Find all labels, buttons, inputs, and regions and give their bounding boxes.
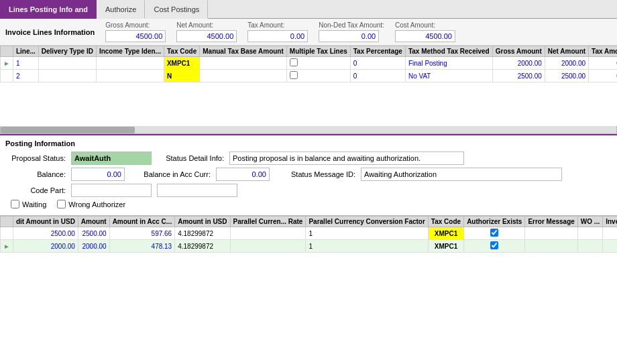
waiting-checkbox[interactable]	[11, 200, 19, 208]
bcol-parallel-rate[interactable]: Parallel Curren... Rate	[230, 217, 306, 227]
error-msg	[525, 227, 577, 240]
code-part-input1[interactable]	[71, 184, 152, 197]
code-part-input2[interactable]	[157, 184, 237, 197]
multiple-tax[interactable]	[286, 70, 350, 82]
tax-amount-input[interactable]	[247, 30, 308, 42]
bcol-error-msg[interactable]: Error Message	[525, 217, 577, 227]
col-multiple[interactable]: Multiple Tax Lines	[286, 46, 350, 57]
lines-table-header: Line... Delivery Type ID Income Type Ide…	[1, 46, 618, 57]
bottom-table-header: dit Amount in USD Amount Amount in Acc C…	[1, 217, 618, 227]
invoice-info-label: Invoice Lines Information	[5, 28, 95, 36]
non-ded-tax-input[interactable]	[319, 30, 379, 42]
manual-tax-base[interactable]	[200, 70, 287, 82]
amt-acc-c: 478.13	[109, 240, 175, 253]
status-message-input[interactable]	[361, 168, 562, 181]
tax-method[interactable]: No VAT	[405, 70, 492, 82]
col-delivery-type[interactable]: Delivery Type ID	[38, 46, 96, 57]
bcol-invoice-internal[interactable]: Invoice Internal	[603, 217, 617, 227]
balance-acc-input[interactable]	[216, 168, 270, 181]
tax-amt: 0.00	[589, 57, 617, 70]
gross-amt: 2500.00	[492, 70, 545, 82]
posting-info-section: Posting Information Proposal Status: Sta…	[0, 134, 617, 215]
status-detail-input[interactable]	[229, 151, 464, 165]
amt-usd: 4.18299872	[175, 240, 230, 253]
bottom-table-row: ► 2000.00 2000.00 478.13 4.18299872 1 XM…	[1, 240, 618, 253]
bcol-wo[interactable]: WO ...	[577, 217, 602, 227]
net-amt: 2500.00	[545, 70, 588, 82]
tax-amt: 0.00	[589, 70, 617, 82]
tax-amount-group: Tax Amount:	[247, 21, 308, 42]
lines-table-row: ► 1 XMPC1 0 Final Posting 2000.00 2000.0…	[1, 57, 618, 70]
tab-authorize[interactable]: Authorize	[97, 0, 145, 19]
bcol-dit-amt[interactable]: dit Amount in USD	[13, 217, 78, 227]
non-ded-tax-group: Non-Ded Tax Amount:	[319, 21, 384, 42]
col-gross[interactable]: Gross Amount	[492, 46, 545, 57]
bcol-auth-exists[interactable]: Authorizer Exists	[464, 217, 525, 227]
proposal-status-input[interactable]	[71, 151, 152, 165]
dit-amt-usd: 2500.00	[13, 227, 78, 240]
lines-hscrollbar-thumb[interactable]	[1, 127, 135, 133]
cost-amount-input[interactable]	[395, 30, 455, 42]
multiple-tax[interactable]	[286, 57, 350, 70]
balance-input[interactable]	[71, 168, 125, 181]
net-amt: 2000.00	[545, 57, 588, 70]
tab-cost-postings[interactable]: Cost Postings	[145, 0, 208, 19]
bottom-table: dit Amount in USD Amount Amount in Acc C…	[0, 216, 617, 253]
col-income-type[interactable]: Income Type Iden...	[96, 46, 164, 57]
income-type	[96, 70, 164, 82]
code-part-label: Code Part:	[5, 186, 66, 194]
line-num[interactable]: 2	[13, 70, 38, 82]
auth-exists[interactable]	[464, 227, 525, 240]
tax-code-cell[interactable]: XMPC1	[428, 227, 463, 240]
tax-method[interactable]: Final Posting	[405, 57, 492, 70]
balance-row: Balance: Balance in Acc Curr: Status Mes…	[5, 168, 612, 181]
gross-amount-input[interactable]	[105, 30, 166, 42]
col-net[interactable]: Net Amount	[545, 46, 588, 57]
invoice-internal	[603, 240, 617, 253]
manual-tax-base[interactable]	[200, 57, 287, 70]
bottom-table-wrapper: dit Amount in USD Amount Amount in Acc C…	[0, 216, 617, 283]
tab-lines-posting[interactable]: Lines Posting Info and	[0, 0, 97, 19]
cost-amount-group: Cost Amount:	[395, 21, 455, 42]
lines-hscrollbar[interactable]	[0, 126, 617, 134]
wrong-authorizer-checkbox[interactable]	[57, 200, 66, 208]
col-tax-code[interactable]: Tax Code	[164, 46, 199, 57]
col-tax-amt[interactable]: Tax Amount	[589, 46, 617, 57]
tax-code-cell[interactable]: XMPC1	[428, 240, 463, 253]
bcol-tax-code[interactable]: Tax Code	[428, 217, 463, 227]
col-tax-method[interactable]: Tax Method Tax Received	[405, 46, 492, 57]
conv-factor: 1	[306, 227, 428, 240]
proposal-status-label: Proposal Status:	[5, 154, 66, 162]
row-arrow	[1, 70, 13, 82]
col-manual-tax[interactable]: Manual Tax Base Amount	[200, 46, 287, 57]
error-msg	[525, 240, 577, 253]
posting-info-title: Posting Information	[5, 139, 612, 147]
row-arrow	[1, 227, 13, 240]
bcol-conv-factor[interactable]: Parallel Currency Conversion Factor	[306, 217, 428, 227]
code-part-row: Code Part:	[5, 184, 612, 197]
bcol-amount[interactable]: Amount	[78, 217, 109, 227]
wo	[577, 227, 602, 240]
bcol-amt-acc[interactable]: Amount in Acc C...	[109, 217, 175, 227]
status-message-label: Status Message ID:	[275, 170, 355, 178]
lines-table-wrapper: Line... Delivery Type ID Income Type Ide…	[0, 46, 617, 126]
wo	[577, 240, 602, 253]
gross-amt: 2000.00	[492, 57, 545, 70]
tax-pct: 0	[350, 57, 405, 70]
col-tax-pct[interactable]: Tax Percentage	[350, 46, 405, 57]
tax-code-cell[interactable]: XMPC1	[164, 57, 199, 70]
auth-exists[interactable]	[464, 240, 525, 253]
col-line[interactable]: Line...	[13, 46, 38, 57]
balance-acc-label: Balance in Acc Curr:	[130, 170, 211, 178]
line-num[interactable]: 1	[13, 57, 38, 70]
parallel-rate	[230, 227, 306, 240]
tax-code-cell[interactable]: N	[164, 70, 199, 82]
balance-label: Balance:	[5, 170, 66, 178]
cost-amount-label: Cost Amount:	[395, 21, 455, 29]
status-detail-label: Status Detail Info:	[157, 154, 224, 162]
invoice-info-row: Invoice Lines Information Gross Amount: …	[0, 19, 617, 46]
wrong-authorizer-checkbox-group: Wrong Authorizer	[57, 200, 125, 208]
bcol-amt-usd[interactable]: Amount in USD	[175, 217, 230, 227]
net-amount-input[interactable]	[176, 30, 237, 42]
bottom-table-row: 2500.00 2500.00 597.66 4.18299872 1 XMPC…	[1, 227, 618, 240]
